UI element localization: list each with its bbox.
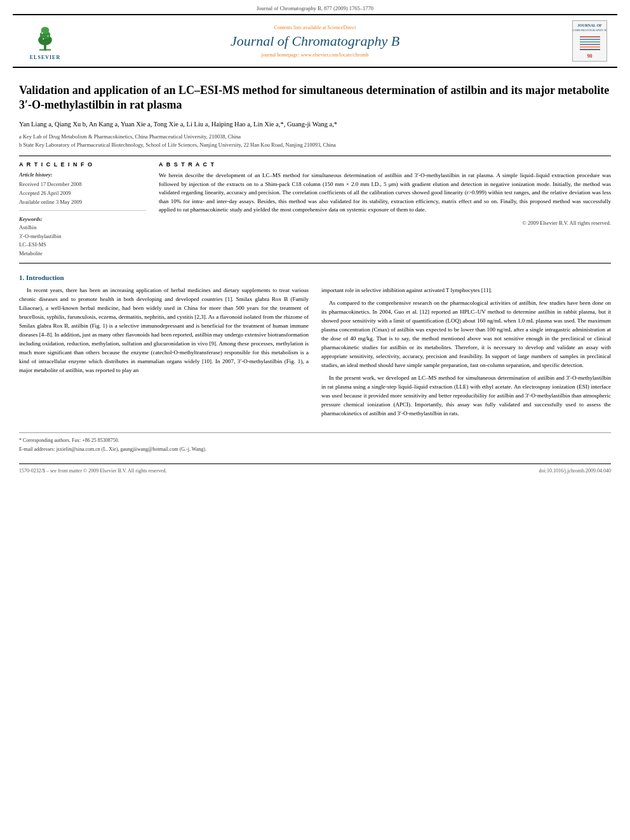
- elsevier-tree-icon: [29, 22, 61, 53]
- page: Journal of Chromatography B, 877 (2009) …: [0, 0, 630, 840]
- affiliations: a Key Lab of Drug Metabolism & Pharmacok…: [19, 133, 611, 150]
- journal-cover-lines: [577, 34, 603, 53]
- intro-col-left: In recent years, there has been an incre…: [19, 286, 309, 422]
- affiliation-a: a Key Lab of Drug Metabolism & Pharmacok…: [19, 133, 611, 141]
- intro-col2-p2: As compared to the comprehensive researc…: [321, 299, 611, 370]
- doi-line: doi:10.1016/j.jchromb.2009.04.040: [539, 468, 611, 474]
- copyright-line: © 2009 Elsevier B.V. All rights reserved…: [159, 220, 611, 226]
- journal-homepage: journal homepage: www.elsevier.com/locat…: [67, 52, 563, 58]
- intro-col-right: important role in selective inhibition a…: [321, 286, 611, 422]
- journal-citation: Journal of Chromatography B, 877 (2009) …: [257, 5, 373, 11]
- intro-col2-p1: important role in selective inhibition a…: [321, 286, 611, 295]
- received-date: Received 17 December 2008: [19, 180, 146, 189]
- abstract-text: We herein describe the development of an…: [159, 171, 611, 215]
- intro-p1: In recent years, there has been an incre…: [19, 286, 309, 375]
- keyword-4: Metabolite: [19, 250, 146, 258]
- journal-header: ELSEVIER Contents lists available at Sci…: [13, 14, 617, 68]
- elsevier-logo-container: ELSEVIER: [23, 22, 67, 60]
- keyword-3: LC–ESI-MS: [19, 241, 146, 250]
- abstract-label: A B S T R A C T: [159, 161, 611, 168]
- footnote-corresponding: * Corresponding authors. Fax: +86 25 853…: [19, 437, 611, 444]
- divider-top: [19, 156, 611, 156]
- svg-point-6: [48, 36, 49, 37]
- keyword-1: Astilbin: [19, 223, 146, 232]
- info-divider: [19, 210, 146, 211]
- divider-bottom: [19, 263, 611, 263]
- journal-logo-box: JOURNAL OF CHROMATOGRAPHY B 90: [572, 20, 607, 62]
- issn-line: 1570-0232/$ – see front matter © 2009 El…: [19, 468, 167, 474]
- journal-name: Journal of Chromatography B: [67, 33, 563, 50]
- sciencedirect-line: Contents lists available at ScienceDirec…: [67, 25, 563, 30]
- main-content: Validation and application of an LC–ESI-…: [0, 68, 630, 480]
- accepted-date: Accepted 26 April 2009: [19, 189, 146, 198]
- keyword-2: 3′-O-methylastilbin: [19, 232, 146, 241]
- bottom-bar: 1570-0232/$ – see front matter © 2009 El…: [19, 463, 611, 474]
- keywords-label: Keywords:: [19, 216, 146, 222]
- journal-logo-right: JOURNAL OF CHROMATOGRAPHY B 90: [563, 20, 607, 62]
- journal-citation-bar: Journal of Chromatography B, 877 (2009) …: [0, 0, 630, 14]
- intro-two-col: In recent years, there has been an incre…: [19, 286, 611, 422]
- available-date: Available online 3 May 2009: [19, 198, 146, 207]
- introduction-section: 1. Introduction In recent years, there h…: [19, 274, 611, 422]
- elsevier-text: ELSEVIER: [30, 55, 60, 60]
- article-info-label: A R T I C L E I N F O: [19, 161, 146, 168]
- article-info-col: A R T I C L E I N F O Article history: R…: [19, 161, 146, 258]
- svg-point-5: [41, 32, 43, 34]
- introduction-heading: 1. Introduction: [19, 274, 611, 281]
- journal-title-center: Contents lists available at ScienceDirec…: [67, 25, 563, 58]
- abstract-col: A B S T R A C T We herein describe the d…: [159, 161, 611, 258]
- affiliation-b: b State Key Laboratory of Pharmaceutical…: [19, 142, 611, 149]
- article-info-abstract: A R T I C L E I N F O Article history: R…: [19, 161, 611, 258]
- history-label: Article history:: [19, 171, 146, 178]
- footnote-email: E-mail addresses: jsxielin@sina.com.cn (…: [19, 446, 611, 453]
- footnotes: * Corresponding authors. Fax: +86 25 853…: [19, 432, 611, 453]
- svg-point-7: [43, 38, 44, 39]
- article-title: Validation and application of an LC–ESI-…: [19, 83, 611, 113]
- authors-line: Yan Liang a, Qiang Xu b, An Kang a, Yuan…: [19, 119, 611, 130]
- svg-rect-1: [39, 50, 51, 51]
- intro-col2-p3: In the present work, we developed an LC–…: [321, 374, 611, 418]
